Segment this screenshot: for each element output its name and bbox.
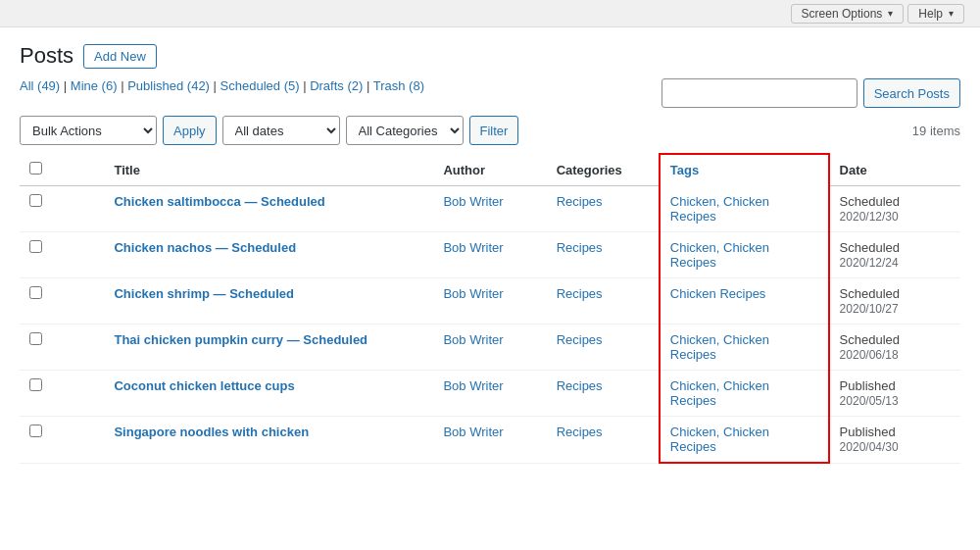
table-row: Chicken shrimp — Scheduled Bob Writer Re… (20, 278, 960, 325)
search-posts-button[interactable]: Search Posts (863, 78, 960, 108)
top-bar: Screen Options ▾ Help ▾ (0, 0, 980, 27)
row-categories-cell: Recipes (547, 278, 660, 325)
row-checkbox-cell (20, 232, 104, 278)
tags-link[interactable]: Chicken Recipes (670, 286, 766, 301)
author-link[interactable]: Bob Writer (443, 286, 503, 301)
subsubsub-published: Published (42) | (127, 78, 220, 93)
row-checkbox-cell (20, 278, 104, 325)
date-value: 2020/04/30 (840, 440, 899, 454)
select-all-checkbox[interactable] (29, 162, 42, 175)
date-status: Scheduled (840, 286, 900, 301)
categories-select[interactable]: All Categories (346, 116, 464, 145)
tags-link[interactable]: Chicken, Chicken Recipes (670, 425, 769, 454)
row-date-cell: Scheduled 2020/10/27 (829, 278, 960, 325)
items-count: 19 items (912, 124, 960, 138)
apply-button[interactable]: Apply (163, 116, 217, 145)
row-tags-cell: Chicken, Chicken Recipes (660, 186, 829, 232)
subsubsub-mine: Mine (6) | (71, 78, 127, 93)
row-checkbox[interactable] (29, 332, 42, 345)
row-tags-cell: Chicken, Chicken Recipes (660, 371, 829, 417)
row-checkbox-cell (20, 325, 104, 371)
dates-select[interactable]: All dates (222, 116, 340, 145)
row-categories-cell: Recipes (547, 325, 660, 371)
post-title-link[interactable]: Chicken shrimp — Scheduled (114, 286, 294, 301)
post-title-link[interactable]: Chicken saltimbocca — Scheduled (114, 194, 324, 209)
author-link[interactable]: Bob Writer (443, 240, 503, 255)
bulk-actions-select[interactable]: Bulk Actions (20, 116, 157, 145)
category-link[interactable]: Recipes (557, 286, 603, 301)
row-author-cell: Bob Writer (433, 325, 546, 371)
row-date-cell: Scheduled 2020/06/18 (829, 325, 960, 371)
table-row: Singapore noodles with chicken Bob Write… (20, 417, 960, 464)
category-link[interactable]: Recipes (557, 194, 603, 209)
author-link[interactable]: Bob Writer (443, 194, 503, 209)
tags-link[interactable]: Chicken, Chicken Recipes (670, 240, 769, 270)
row-tags-cell: Chicken, Chicken Recipes (660, 325, 829, 371)
row-checkbox[interactable] (29, 194, 42, 207)
author-link[interactable]: Bob Writer (443, 332, 503, 347)
subsubsub-trash: Trash (8) (373, 78, 424, 93)
table-row: Coconut chicken lettuce cups Bob Writer … (20, 371, 960, 417)
filter-button[interactable]: Filter (469, 116, 519, 145)
row-title-cell: Chicken saltimbocca — Scheduled (104, 186, 433, 232)
post-title-link[interactable]: Coconut chicken lettuce cups (114, 378, 294, 393)
post-title-link[interactable]: Thai chicken pumpkin curry — Scheduled (114, 332, 368, 347)
row-author-cell: Bob Writer (433, 278, 546, 325)
tags-link[interactable]: Chicken, Chicken Recipes (670, 378, 769, 408)
category-link[interactable]: Recipes (557, 332, 603, 347)
filter-trash-link[interactable]: Trash (8) (373, 78, 424, 93)
category-link[interactable]: Recipes (557, 378, 603, 393)
filter-mine-link[interactable]: Mine (6) (71, 78, 118, 93)
row-date-cell: Published 2020/05/13 (829, 371, 960, 417)
row-tags-cell: Chicken Recipes (660, 278, 829, 325)
date-status: Scheduled (840, 194, 900, 209)
row-categories-cell: Recipes (547, 232, 660, 278)
table-body: Chicken saltimbocca — Scheduled Bob Writ… (20, 186, 960, 464)
screen-options-button[interactable]: Screen Options ▾ (791, 4, 905, 24)
filter-published-link[interactable]: Published (42) (127, 78, 210, 93)
tags-link[interactable]: Chicken, Chicken Recipes (670, 332, 769, 362)
filter-drafts-link[interactable]: Drafts (2) (310, 78, 363, 93)
filter-all-link[interactable]: All (49) (20, 78, 60, 93)
th-author: Author (433, 154, 546, 186)
post-title-link[interactable]: Singapore noodles with chicken (114, 425, 309, 439)
row-title-cell: Coconut chicken lettuce cups (104, 371, 433, 417)
row-checkbox[interactable] (29, 378, 42, 391)
screen-options-label: Screen Options (802, 7, 883, 21)
row-checkbox[interactable] (29, 286, 42, 299)
author-link[interactable]: Bob Writer (443, 425, 503, 439)
post-title-link[interactable]: Chicken nachos — Scheduled (114, 240, 296, 255)
author-link[interactable]: Bob Writer (443, 378, 503, 393)
th-title: Title (104, 154, 433, 186)
category-link[interactable]: Recipes (557, 425, 603, 439)
tags-link[interactable]: Chicken, Chicken Recipes (670, 194, 769, 224)
row-title-cell: Singapore noodles with chicken (104, 417, 433, 464)
row-tags-cell: Chicken, Chicken Recipes (660, 417, 829, 464)
tags-sort-link[interactable]: Tags (670, 163, 699, 177)
category-link[interactable]: Recipes (557, 240, 603, 255)
help-button[interactable]: Help ▾ (907, 4, 964, 24)
row-author-cell: Bob Writer (433, 417, 546, 464)
row-title-cell: Thai chicken pumpkin curry — Scheduled (104, 325, 433, 371)
filter-scheduled-link[interactable]: Scheduled (5) (220, 78, 300, 93)
date-value: 2020/12/24 (840, 256, 899, 270)
th-categories: Categories (547, 154, 660, 186)
th-tags: Tags (660, 154, 829, 186)
row-checkbox[interactable] (29, 425, 42, 437)
add-new-button[interactable]: Add New (83, 44, 157, 69)
row-checkbox-cell (20, 417, 104, 464)
page-title: Posts (20, 43, 74, 69)
help-chevron-icon: ▾ (949, 8, 954, 19)
row-checkbox[interactable] (29, 240, 42, 253)
table-header-row: Title Author Categories Tags Date (20, 154, 960, 186)
th-date: Date (829, 154, 960, 186)
page-title-row: Posts Add New (20, 43, 960, 69)
row-checkbox-cell (20, 186, 104, 232)
search-input[interactable] (662, 78, 858, 108)
subsubsub-and-search-row: All (49) | Mine (6) | Published (42) | S… (20, 78, 960, 108)
main-content: Posts Add New All (49) | Mine (6) | Publ… (0, 27, 980, 550)
date-status: Scheduled (840, 240, 900, 255)
th-checkbox (20, 154, 104, 186)
date-status: Scheduled (840, 332, 900, 347)
row-author-cell: Bob Writer (433, 232, 546, 278)
